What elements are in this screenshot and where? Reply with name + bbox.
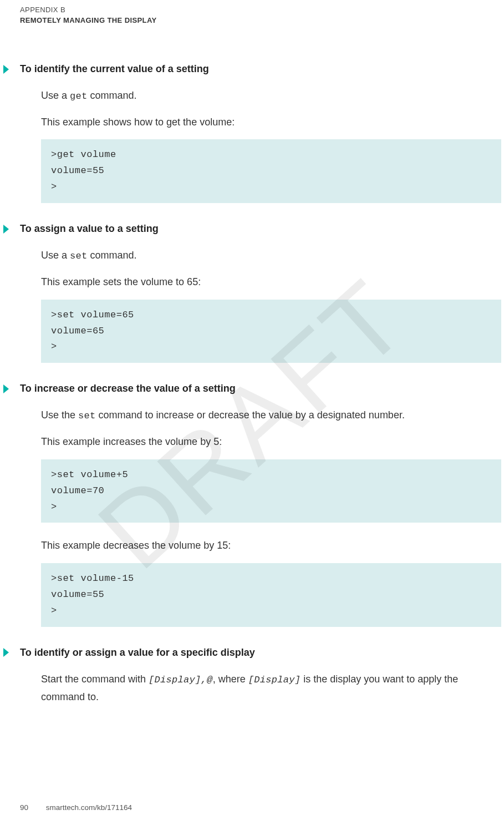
text-run: Use the (41, 409, 78, 421)
paragraph: This example decreases the volume by 15: (41, 537, 504, 554)
code-block: >set volume+5 volume=70 > (41, 459, 501, 523)
text-run: command. (88, 250, 137, 261)
paragraph: This example sets the volume to 65: (41, 274, 504, 291)
text-run: , where (213, 674, 248, 685)
footer-url: smarttech.com/kb/171164 (46, 803, 132, 812)
inline-code: get (70, 91, 88, 102)
inline-code: set (78, 411, 96, 421)
section-increase-decrease: To increase or decrease the value of a s… (20, 383, 504, 626)
code-block: >set volume=65 volume=65 > (41, 300, 501, 363)
text-run: This example decreases the volume by 15: (41, 540, 231, 551)
appendix-label: APPENDIX B (20, 6, 504, 14)
section-title: To identify or assign a value for a spec… (20, 647, 255, 659)
paragraph: This example shows how to get the volume… (41, 114, 504, 131)
section-arrow-icon (3, 648, 9, 657)
page-footer: 90 smarttech.com/kb/171164 (20, 803, 132, 812)
paragraph: This example increases the volume by 5: (41, 433, 504, 450)
text-run: This example sets the volume to 65: (41, 276, 201, 287)
section-title: To increase or decrease the value of a s… (20, 383, 236, 394)
inline-code: set (70, 251, 88, 261)
section-arrow-icon (3, 225, 9, 234)
text-run: This example shows how to get the volume… (41, 117, 235, 128)
text-run: command to increase or decrease the valu… (96, 409, 405, 421)
section-arrow-icon (3, 65, 9, 74)
paragraph: Use a get command. (41, 87, 504, 105)
section-identify-current-value: To identify the current value of a setti… (20, 63, 504, 203)
section-arrow-icon (3, 384, 9, 393)
text-run: Start the command with (41, 674, 149, 685)
text-run: Use a (41, 90, 70, 101)
inline-code-italic: [Display] (248, 675, 301, 685)
page-number: 90 (20, 803, 28, 812)
inline-code-italic: [Display],@ (149, 675, 213, 685)
section-specific-display: To identify or assign a value for a spec… (20, 647, 504, 705)
text-run: command. (88, 90, 137, 101)
paragraph: Use the set command to increase or decre… (41, 407, 504, 424)
page-title: REMOTELY MANAGING THE DISPLAY (20, 16, 504, 24)
text-run: Use a (41, 250, 70, 261)
code-block: >get volume volume=55 > (41, 139, 501, 203)
paragraph: Use a set command. (41, 247, 504, 265)
section-title: To assign a value to a setting (20, 223, 159, 235)
section-assign-value: To assign a value to a setting Use a set… (20, 223, 504, 363)
paragraph: Start the command with [Display],@, wher… (41, 671, 504, 705)
section-title: To identify the current value of a setti… (20, 63, 209, 75)
text-run: This example increases the volume by 5: (41, 436, 222, 447)
code-block: >set volume-15 volume=55 > (41, 563, 501, 627)
